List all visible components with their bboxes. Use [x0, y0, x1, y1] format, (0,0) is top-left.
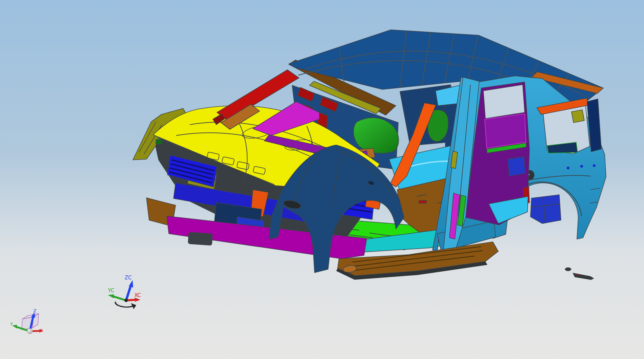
model-canvas[interactable]: ZC YC XC Z Y X: [0, 0, 644, 359]
quarter-window[interactable]: [537, 98, 601, 154]
cad-viewport[interactable]: ZC YC XC Z Y X: [0, 0, 644, 359]
tow-hitch[interactable]: [188, 232, 213, 246]
view-y-label: Y: [10, 321, 13, 326]
quarter-trim-purple[interactable]: [485, 114, 526, 148]
cowl-green-bit: [156, 140, 162, 144]
loose-part-small[interactable]: [565, 268, 571, 271]
wheel-well-box[interactable]: [530, 195, 561, 224]
wcs-origin[interactable]: [124, 299, 128, 302]
interior-bracket-blue[interactable]: [508, 156, 525, 176]
view-x-label: X: [40, 328, 43, 333]
door-window-opening: [483, 85, 525, 119]
view-z-label: Z: [34, 308, 37, 313]
window-bracket-olive[interactable]: [571, 110, 584, 123]
floor-marker: [419, 200, 426, 203]
wcs-y-label: YC: [108, 288, 115, 294]
view-origin-sphere[interactable]: [27, 329, 33, 334]
wcs-z-label: ZC: [125, 275, 132, 281]
wcs-x-label: XC: [134, 292, 141, 298]
loose-part-marker: [576, 274, 578, 275]
